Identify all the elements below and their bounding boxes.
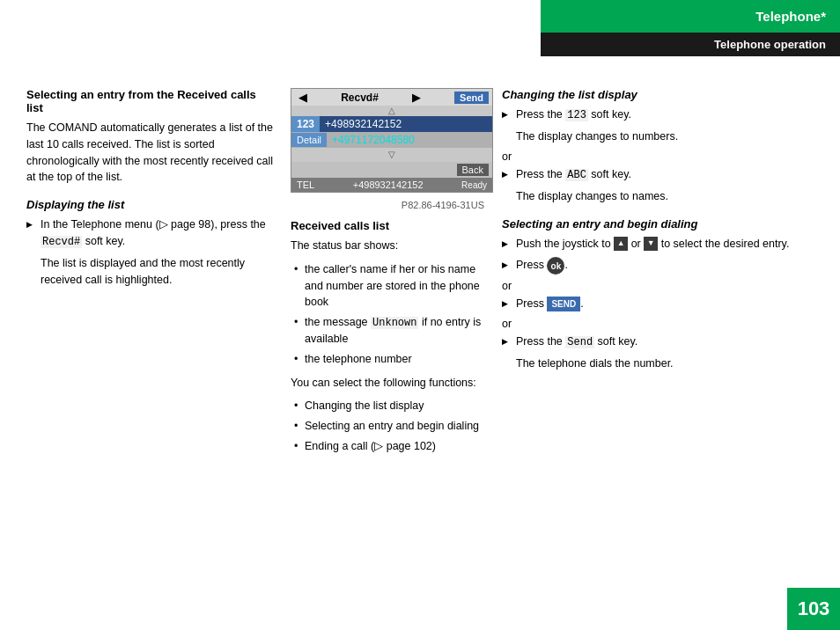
back-btn: Back xyxy=(457,164,489,176)
right-section1-heading: Changing the list display xyxy=(502,88,814,101)
unknown-code: Unknown xyxy=(371,317,418,329)
phone-status-bar: TEL +498932142152 Ready xyxy=(291,178,492,192)
right-step2: Press the ABC soft key. xyxy=(502,166,814,183)
code-send: Send xyxy=(565,336,594,348)
functions-intro: You can select the following functions: xyxy=(291,375,484,392)
left-column: Selecting an entry from the Received cal… xyxy=(26,88,273,612)
main-content: Selecting an entry from the Received cal… xyxy=(0,70,840,630)
right-step6: Press the Send soft key. xyxy=(502,333,814,350)
code-123: 123 xyxy=(565,109,588,121)
recvd-code: Recvd# xyxy=(41,236,82,248)
function-bullets: Changing the list display Selecting an e… xyxy=(291,398,484,454)
detail-btn: Detail xyxy=(291,133,327,147)
right-section2-heading: Selecting an entry and begin dialing xyxy=(502,217,814,231)
send-badge: SEND xyxy=(547,297,580,311)
func-bullet-2: Selecting an entry and begin dialing xyxy=(291,418,484,435)
section2-note: The list is displayed and the most recen… xyxy=(26,255,273,289)
right-step3: Push the joystick to ▲ or ▼ to select th… xyxy=(502,236,814,253)
up-triangle: △ xyxy=(291,106,492,116)
or2: or xyxy=(502,280,814,292)
down-triangle: ▽ xyxy=(291,148,492,162)
header-area: Telephone* Telephone operation xyxy=(541,0,840,56)
right-step2-note: The display changes to names. xyxy=(502,188,814,205)
phone-screen: ◀ Recvd# ▶ Send △ 123 +498932142152 Deta… xyxy=(291,88,493,193)
number1: +498932142152 xyxy=(320,116,492,132)
phone-top-bar: ◀ Recvd# ▶ Send xyxy=(291,89,492,106)
bullet-2: the message Unknown if no entry is avail… xyxy=(291,314,484,348)
phone-caption: P82.86-4196-31US xyxy=(291,200,484,210)
label-123: 123 xyxy=(291,116,320,132)
down-arrow-icon: ▼ xyxy=(644,237,658,251)
send-btn: Send xyxy=(454,92,489,104)
code-abc: ABC xyxy=(565,169,588,181)
header-subtitle: Telephone operation xyxy=(541,33,840,56)
section2-heading: Displaying the list xyxy=(26,198,273,211)
phone-bottom-bar: Back xyxy=(291,162,492,178)
right-step1: Press the 123 soft key. xyxy=(502,106,814,123)
section1-body: The COMAND automatically generates a lis… xyxy=(26,120,273,186)
ok-badge: ok xyxy=(547,257,564,275)
bottom-number: +498932142152 xyxy=(353,179,424,190)
right-step1-note: The display changes to numbers. xyxy=(502,128,814,145)
or3: or xyxy=(502,318,814,330)
list-heading: Received calls list xyxy=(291,219,484,232)
tel-label: TEL xyxy=(297,179,314,190)
center-column: ◀ Recvd# ▶ Send △ 123 +498932142152 Deta… xyxy=(291,88,484,612)
bullet-3: the telephone number xyxy=(291,351,484,368)
section1-heading: Selecting an entry from the Received cal… xyxy=(26,88,273,114)
right-step5: Press SEND. xyxy=(502,296,814,312)
up-arrow-icon: ▲ xyxy=(614,237,628,251)
nav-right-icon: ▶ xyxy=(409,91,424,104)
ready-text: Ready xyxy=(461,180,487,190)
section2-step1: In the Telephone menu (▷ page 98), press… xyxy=(26,216,273,250)
list-intro: The status bar shows: xyxy=(291,238,484,254)
or1: or xyxy=(502,150,814,163)
bullet-1: the caller's name if her or his name and… xyxy=(291,261,484,311)
phone-row-detail: Detail +4971172048580 xyxy=(291,132,492,148)
status-bullets: the caller's name if her or his name and… xyxy=(291,261,484,368)
phone-row-123: 123 +498932142152 xyxy=(291,116,492,132)
func-bullet-3: Ending a call (▷ page 102) xyxy=(291,438,484,455)
right-step4: Press ok. xyxy=(502,257,814,275)
func-bullet-1: Changing the list display xyxy=(291,398,484,414)
number2: +4971172048580 xyxy=(327,132,420,148)
right-column: Changing the list display Press the 123 … xyxy=(502,88,814,612)
header-title: Telephone* xyxy=(541,0,840,33)
nav-left-icon: ◀ xyxy=(295,91,311,104)
recvd-label: Recvd# xyxy=(341,92,379,104)
right-step6-note: The telephone dials the number. xyxy=(502,355,814,372)
